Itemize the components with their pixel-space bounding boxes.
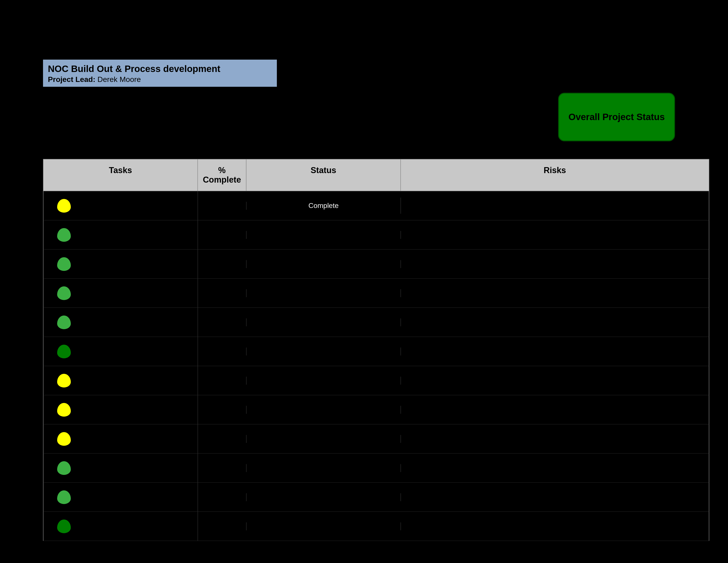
table-row: [43, 454, 709, 483]
indicator-dot-10: [56, 487, 72, 508]
dot-green-dark-5: [57, 345, 71, 358]
project-header: NOC Build Out & Process development Proj…: [43, 60, 277, 87]
row-status-5: [246, 348, 401, 356]
row-risks-4: [401, 319, 709, 326]
row-risks-9: [401, 464, 709, 472]
row-status-3: [246, 289, 401, 297]
row-status-6: [246, 377, 401, 385]
row-status-8: [246, 435, 401, 443]
indicator-dot-6: [56, 370, 72, 391]
row-complete-5: [198, 348, 246, 356]
indicator-dot-5: [56, 341, 72, 362]
row-complete-8: [198, 435, 246, 443]
dot-green-light-3: [57, 287, 71, 300]
row-risks-11: [401, 522, 709, 530]
task-table: Tasks % Complete Status Risks Complete: [43, 159, 709, 541]
overall-status-text: Overall Project Status: [566, 109, 667, 125]
row-complete-10: [198, 493, 246, 501]
dot-yellow-6: [57, 374, 71, 388]
indicator-dot-3: [56, 283, 72, 304]
row-complete-6: [198, 377, 246, 385]
project-title: NOC Build Out & Process development: [48, 64, 272, 74]
row-status-1: [246, 231, 401, 239]
row-status-9: [246, 464, 401, 472]
row-task-2: [43, 249, 198, 278]
table-row: [43, 337, 709, 366]
row-task-3: [43, 278, 198, 308]
table-row: [43, 249, 709, 278]
row-task-7: [43, 395, 198, 424]
row-complete-11: [198, 522, 246, 530]
overall-status-box: Overall Project Status: [558, 93, 675, 141]
row-complete-7: [198, 406, 246, 414]
table-row: [43, 220, 709, 249]
table-header: Tasks % Complete Status Risks: [43, 159, 709, 191]
col-header-tasks: Tasks: [43, 159, 198, 191]
row-status-11: [246, 522, 401, 530]
dot-green-light-4: [57, 316, 71, 329]
project-lead: Project Lead: Derek Moore: [48, 75, 272, 84]
indicator-dot-0: [56, 195, 72, 216]
table-row: [43, 483, 709, 512]
indicator-dot-7: [56, 399, 72, 420]
row-task-8: [43, 424, 198, 453]
row-task-5: [43, 337, 198, 366]
row-complete-4: [198, 319, 246, 326]
row-status-2: [246, 260, 401, 268]
indicator-dot-4: [56, 312, 72, 333]
table-row: [43, 278, 709, 308]
table-row: [43, 366, 709, 395]
row-risks-0: [401, 202, 709, 210]
indicator-dot-11: [56, 516, 72, 537]
row-risks-5: [401, 348, 709, 356]
col-header-complete: % Complete: [198, 159, 246, 191]
indicator-dot-2: [56, 253, 72, 274]
project-lead-label: Project Lead:: [48, 75, 95, 83]
row-task-0: [43, 191, 198, 220]
row-task-6: [43, 366, 198, 395]
indicator-dot-9: [56, 458, 72, 478]
row-risks-2: [401, 260, 709, 268]
table-row: [43, 512, 709, 541]
row-task-4: [43, 308, 198, 337]
dot-green-light-9: [57, 461, 71, 475]
row-status-7: [246, 406, 401, 414]
row-risks-10: [401, 493, 709, 501]
project-lead-name: Derek Moore: [98, 75, 141, 83]
dot-green-light-2: [57, 257, 71, 271]
dot-yellow-8: [57, 432, 71, 446]
row-complete-0: [198, 202, 246, 210]
col-header-status: Status: [246, 159, 401, 191]
table-row: [43, 308, 709, 337]
dot-green-light-1: [57, 228, 71, 242]
dot-green-dark-11: [57, 520, 71, 533]
row-risks-7: [401, 406, 709, 414]
row-complete-2: [198, 260, 246, 268]
row-complete-3: [198, 289, 246, 297]
dot-yellow-7: [57, 403, 71, 417]
row-risks-8: [401, 435, 709, 443]
row-risks-3: [401, 289, 709, 297]
indicator-dot-1: [56, 224, 72, 245]
row-task-1: [43, 220, 198, 249]
table-row: [43, 424, 709, 454]
dot-yellow-0: [57, 199, 71, 212]
table-body: Complete: [43, 191, 709, 541]
indicator-dot-8: [56, 428, 72, 449]
row-task-10: [43, 483, 198, 512]
row-status-10: [246, 493, 401, 501]
row-task-9: [43, 454, 198, 482]
row-task-11: [43, 512, 198, 541]
dot-green-light-10: [57, 490, 71, 504]
table-row: Complete: [43, 191, 709, 220]
row-complete-9: [198, 464, 246, 472]
col-header-risks: Risks: [401, 159, 709, 191]
row-status-4: [246, 319, 401, 326]
row-complete-1: [198, 231, 246, 239]
table-row: [43, 395, 709, 424]
row-risks-6: [401, 377, 709, 385]
row-status-0: Complete: [246, 197, 401, 214]
row-risks-1: [401, 231, 709, 239]
